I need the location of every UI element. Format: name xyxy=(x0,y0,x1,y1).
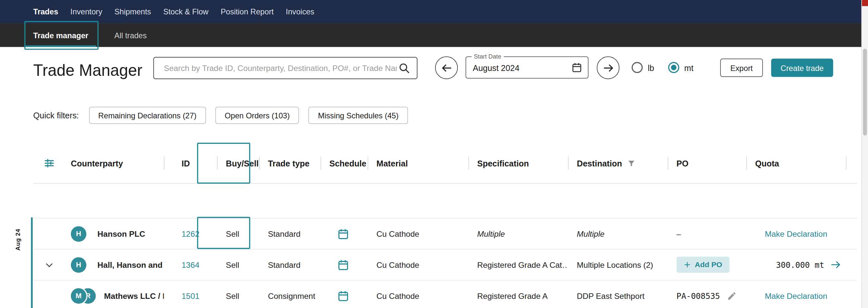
calendar-icon[interactable] xyxy=(337,228,349,240)
tab-all-trades[interactable]: All trades xyxy=(107,23,154,47)
col-material[interactable]: Material xyxy=(367,143,468,183)
quota-cell: Make Declaration xyxy=(746,218,846,249)
nav-inventory[interactable]: Inventory xyxy=(70,7,102,16)
pencil-icon[interactable] xyxy=(727,291,737,301)
arrow-right-icon xyxy=(602,62,614,74)
app-window: Trades Inventory Shipments Stock & Flow … xyxy=(0,0,868,308)
add-po-label: Add PO xyxy=(694,261,722,269)
prev-month-button[interactable] xyxy=(435,57,458,79)
col-destination[interactable]: Destination xyxy=(568,143,668,183)
trade-id-link[interactable]: 1364 xyxy=(182,260,199,269)
table-gap xyxy=(33,184,857,218)
avatar: H xyxy=(71,226,86,241)
date-group-indicator xyxy=(31,217,33,308)
col-schedule[interactable]: Schedule xyxy=(321,143,368,183)
scroll-top-marker xyxy=(862,0,868,6)
table-body: H Hanson PLC 1262 Sell Standard Cu Catho… xyxy=(33,218,857,308)
end-spacer-cell xyxy=(846,280,857,308)
trade-id-cell[interactable]: 1501 xyxy=(164,280,217,308)
buy-sell-cell: Sell xyxy=(217,218,259,249)
table-header-row: Counterparty ID Buy/Sell Trade type Sche… xyxy=(33,143,857,184)
avatar: M xyxy=(71,288,86,303)
scrollbar[interactable] xyxy=(862,0,868,308)
calendar-icon[interactable] xyxy=(571,62,582,73)
col-po[interactable]: PO xyxy=(668,143,746,183)
nav-stock-flow[interactable]: Stock & Flow xyxy=(163,7,209,16)
schedule-cell[interactable] xyxy=(321,249,368,280)
radio-label-lb: lb xyxy=(648,63,654,72)
funnel-icon[interactable] xyxy=(626,159,636,168)
col-destination-label: Destination xyxy=(577,159,622,168)
filter-missing-schedules[interactable]: Missing Schedules (45) xyxy=(309,107,408,124)
destination-cell: Multiple Locations (2) xyxy=(568,249,668,280)
plus-icon xyxy=(684,261,691,268)
specification-cell: Multiple xyxy=(468,218,568,249)
quick-filters: Quick filters: Remaining Declarations (2… xyxy=(33,107,417,124)
table-row[interactable]: H Hanson PLC 1262 Sell Standard Cu Catho… xyxy=(33,218,857,249)
radio-circle-mt xyxy=(668,62,679,73)
nav-shipments[interactable]: Shipments xyxy=(115,7,151,16)
radio-label-mt: mt xyxy=(684,63,693,72)
avatar-group: R M xyxy=(71,287,96,304)
tab-trade-manager[interactable]: Trade manager xyxy=(26,23,96,47)
page-title: Trade Manager xyxy=(33,62,143,80)
col-quota[interactable]: Quota xyxy=(746,143,846,183)
destination-cell: Multiple xyxy=(568,218,668,249)
scrollbar-thumb[interactable] xyxy=(863,49,867,136)
po-cell: – xyxy=(668,218,746,249)
schedule-cell[interactable] xyxy=(321,280,368,308)
trade-id-cell[interactable]: 1262 xyxy=(164,218,217,249)
col-trade-type[interactable]: Trade type xyxy=(259,143,321,183)
counterparty-name: Mathews LLC / Ru… xyxy=(104,291,164,300)
schedule-cell[interactable] xyxy=(321,218,368,249)
date-group-label: Aug 24 xyxy=(14,218,21,250)
trade-id-cell[interactable]: 1364 xyxy=(164,249,217,280)
make-declaration-link[interactable]: Make Declaration xyxy=(765,291,828,300)
calendar-icon[interactable] xyxy=(337,259,349,271)
destination-cell: DDP East Sethport xyxy=(568,280,668,308)
next-month-button[interactable] xyxy=(597,57,619,79)
trades-table: Counterparty ID Buy/Sell Trade type Sche… xyxy=(33,143,857,308)
nav-position-report[interactable]: Position Report xyxy=(220,7,274,16)
material-cell: Cu Cathode xyxy=(367,249,468,280)
table-row[interactable]: R M Mathews LLC / Ru… 1501 Sell Consignm… xyxy=(33,280,857,308)
col-specification[interactable]: Specification xyxy=(468,143,568,183)
nav-invoices[interactable]: Invoices xyxy=(286,7,314,16)
table-row[interactable]: H Hall, Hanson and … 1364 Sell Standard … xyxy=(33,249,857,280)
end-spacer-cell xyxy=(846,218,857,249)
filter-remaining-declarations[interactable]: Remaining Declarations (27) xyxy=(89,107,206,124)
material-cell: Cu Cathode xyxy=(367,218,468,249)
trade-id-link[interactable]: 1501 xyxy=(182,291,199,300)
main-content: Trade Manager Start Date August 2024 xyxy=(0,47,862,308)
unit-radio-mt[interactable]: mt xyxy=(668,62,693,73)
trade-type-cell: Standard xyxy=(259,249,321,280)
quota-arrow-icon[interactable] xyxy=(830,259,841,271)
unit-radio-lb[interactable]: lb xyxy=(632,62,654,73)
trade-id-link[interactable]: 1262 xyxy=(182,229,199,238)
radio-circle-lb xyxy=(632,62,643,73)
add-po-button[interactable]: Add PO xyxy=(677,256,730,273)
column-settings-icon[interactable] xyxy=(43,157,55,169)
trade-type-cell: Standard xyxy=(259,218,321,249)
col-id[interactable]: ID xyxy=(164,143,217,183)
chevron-down-icon[interactable] xyxy=(44,259,55,270)
po-number: PA-008535 xyxy=(677,291,720,300)
export-button[interactable]: Export xyxy=(720,59,763,77)
start-date-value: August 2024 xyxy=(473,63,571,72)
make-declaration-link[interactable]: Make Declaration xyxy=(765,229,828,238)
filter-open-orders[interactable]: Open Orders (103) xyxy=(215,107,299,124)
row-expand-cell[interactable] xyxy=(33,249,65,280)
calendar-icon[interactable] xyxy=(337,290,349,302)
specification-cell: Registered Grade A xyxy=(468,280,568,308)
counterparty-cell: H Hanson PLC xyxy=(65,218,164,249)
counterparty-cell: H Hall, Hanson and … xyxy=(65,249,164,280)
buy-sell-cell: Sell xyxy=(217,249,259,280)
search-input[interactable] xyxy=(163,63,398,73)
col-counterparty[interactable]: Counterparty xyxy=(65,143,164,183)
nav-trades[interactable]: Trades xyxy=(33,7,58,16)
col-buy-sell[interactable]: Buy/Sell xyxy=(217,143,259,183)
start-date-field[interactable]: Start Date August 2024 xyxy=(466,57,589,79)
create-trade-button[interactable]: Create trade xyxy=(771,59,833,77)
sub-nav: Trade manager All trades xyxy=(0,23,868,47)
search-icon[interactable] xyxy=(398,62,410,74)
